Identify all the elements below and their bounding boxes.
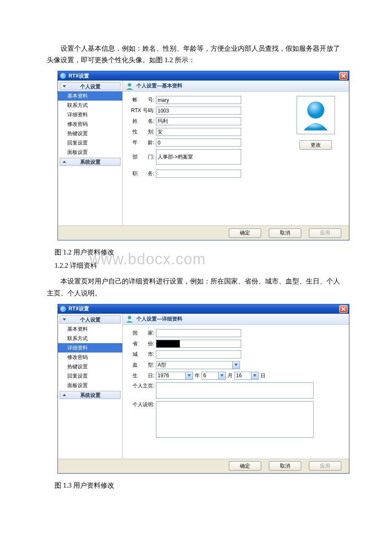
sidebar-item-contact[interactable]: 联系方式 xyxy=(58,334,122,343)
dialog-footer: 确定 取消 应用 xyxy=(58,459,349,473)
label-home: 个人主页: xyxy=(128,382,156,390)
label-age: 年 龄: xyxy=(128,139,156,146)
label-country: 国 家: xyxy=(128,330,156,337)
ok-button[interactable]: 确定 xyxy=(229,461,261,471)
settings-dialog-basic: RTX设置 个人设置 基本资料 联系方式 详细资料 修改密码 热键设置 回复设置… xyxy=(58,71,349,240)
app-icon xyxy=(60,73,66,79)
sidebar-item-detail[interactable]: 详细资料 xyxy=(58,110,122,119)
subsection-heading: 1.2.2 详细资料 xyxy=(55,261,345,270)
city-field[interactable] xyxy=(156,350,241,358)
label-rtx: RTX 号码: xyxy=(128,107,156,114)
account-field[interactable] xyxy=(156,96,241,104)
birth-year-select[interactable] xyxy=(156,372,186,380)
province-field[interactable] xyxy=(156,340,241,348)
label-desc: 个人说明: xyxy=(128,401,156,408)
dropdown-icon[interactable] xyxy=(251,372,259,380)
titlebar-text: RTX设置 xyxy=(69,72,89,80)
description-field[interactable] xyxy=(156,401,314,438)
unit-month: 月 xyxy=(228,372,233,379)
figure-caption-1: 图 1.2 用户资料修改 xyxy=(55,248,345,257)
dropdown-icon[interactable] xyxy=(185,372,193,380)
sidebar-item-panel[interactable]: 面板设置 xyxy=(58,147,122,157)
job-field[interactable] xyxy=(156,170,241,178)
sidebar: 个人设置 基本资料 联系方式 详细资料 修改密码 热键设置 回复设置 面板设置 … xyxy=(58,314,123,459)
svg-point-1 xyxy=(307,101,324,119)
label-birth: 生 日: xyxy=(128,372,156,379)
blood-select[interactable] xyxy=(156,361,233,369)
chevron-down-icon xyxy=(63,318,66,321)
chevron-down-icon xyxy=(63,85,66,87)
label-city: 城 市: xyxy=(128,351,156,358)
sidebar-item-hotkey[interactable]: 热键设置 xyxy=(58,362,122,371)
sidebar-item-basic[interactable]: 基本资料 xyxy=(58,91,122,101)
app-icon xyxy=(60,306,66,312)
cancel-button[interactable]: 取消 xyxy=(269,461,301,471)
unit-day: 日 xyxy=(260,372,265,379)
dropdown-icon[interactable] xyxy=(218,372,226,380)
name-field[interactable] xyxy=(156,117,241,125)
svg-point-0 xyxy=(128,83,131,87)
content-header: 个人设置—基本资料 xyxy=(123,81,349,92)
label-province: 省 份: xyxy=(128,340,156,347)
close-icon[interactable] xyxy=(339,305,348,313)
country-field[interactable] xyxy=(156,329,241,337)
sidebar-hdr-system[interactable]: 系统设置 xyxy=(60,391,121,399)
avatar-image xyxy=(297,96,335,134)
chevron-up-icon xyxy=(63,394,66,396)
apply-button[interactable]: 应用 xyxy=(309,228,341,238)
intro-text: 设置个人基本信息，例如：姓名、性别、年龄等，方便企业内部人员查找，假如服务器开放… xyxy=(47,43,345,66)
dept-field[interactable] xyxy=(156,149,241,165)
content-header: 个人设置—详细资料 xyxy=(123,314,349,325)
sidebar-item-reply[interactable]: 回复设置 xyxy=(58,138,122,147)
apply-button[interactable]: 应用 xyxy=(309,461,341,471)
sidebar-item-reply[interactable]: 回复设置 xyxy=(58,371,122,381)
sidebar-item-password[interactable]: 修改密码 xyxy=(58,353,122,362)
label-job: 职 务: xyxy=(128,170,156,177)
homepage-field[interactable] xyxy=(156,382,314,399)
label-name: 姓 名: xyxy=(128,118,156,125)
sidebar-item-panel[interactable]: 面板设置 xyxy=(58,381,122,390)
sidebar-hdr-personal[interactable]: 个人设置 xyxy=(60,315,121,324)
dropdown-icon[interactable] xyxy=(232,361,240,369)
person-icon xyxy=(125,82,134,90)
cancel-button[interactable]: 取消 xyxy=(269,228,301,238)
content-pane: 个人设置—详细资料 国 家: 省 份: 城 市: 血 型: 生 日: 年 月 日 xyxy=(123,314,349,459)
sidebar: 个人设置 基本资料 联系方式 详细资料 修改密码 热键设置 回复设置 面板设置 … xyxy=(58,81,123,225)
label-blood: 血 型: xyxy=(128,361,156,369)
sidebar-hdr-personal[interactable]: 个人设置 xyxy=(60,82,121,90)
chevron-up-icon xyxy=(63,161,66,163)
gender-field[interactable] xyxy=(156,128,241,136)
sidebar-hdr-system[interactable]: 系统设置 xyxy=(60,158,121,166)
age-field[interactable] xyxy=(156,139,241,147)
content-pane: 个人设置—基本资料 帐 号: RTX 号码: 姓 名: 性 别: 年 龄: 部 … xyxy=(123,81,349,225)
sidebar-item-contact[interactable]: 联系方式 xyxy=(58,101,122,110)
sidebar-item-hotkey[interactable]: 热键设置 xyxy=(58,129,122,138)
dialog-footer: 确定 取消 应用 xyxy=(58,225,349,240)
detail-text: 本设置页对用户自己的详细资料进行设置，例如：所在国家、省份、城市、血型、生日、个… xyxy=(47,275,345,298)
svg-point-2 xyxy=(128,316,131,319)
rtx-field[interactable] xyxy=(156,107,241,115)
person-icon xyxy=(125,315,134,323)
unit-year: 年 xyxy=(195,372,200,379)
sidebar-item-detail[interactable]: 详细资料 xyxy=(58,343,122,353)
label-gender: 性 别: xyxy=(128,128,156,136)
sidebar-item-password[interactable]: 修改密码 xyxy=(58,119,122,129)
label-dept: 部 门: xyxy=(128,153,156,161)
ok-button[interactable]: 确定 xyxy=(229,228,261,238)
close-icon[interactable] xyxy=(339,72,348,80)
settings-dialog-detail: RTX设置 个人设置 基本资料 联系方式 详细资料 修改密码 热键设置 回复设置… xyxy=(58,304,349,474)
label-account: 帐 号: xyxy=(128,96,156,104)
sidebar-item-basic[interactable]: 基本资料 xyxy=(58,324,122,334)
figure-caption-2: 图 1.3 用户资料修改 xyxy=(55,481,345,490)
birth-month-select[interactable] xyxy=(202,372,219,380)
titlebar-text: RTX设置 xyxy=(69,305,89,312)
change-avatar-button[interactable]: 更改 xyxy=(300,140,332,150)
birth-day-select[interactable] xyxy=(234,372,251,380)
titlebar[interactable]: RTX设置 xyxy=(58,304,349,314)
titlebar[interactable]: RTX设置 xyxy=(58,71,349,81)
